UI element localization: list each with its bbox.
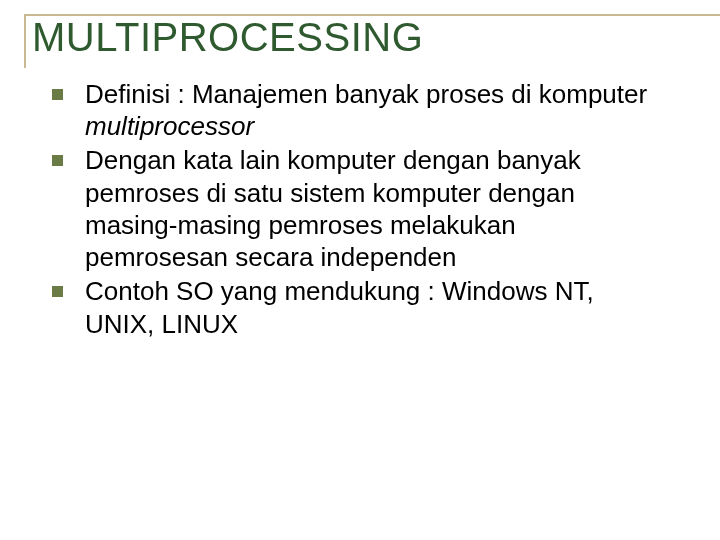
bullet-text: Definisi : Manajemen banyak proses di ko… (85, 78, 660, 142)
list-item: Definisi : Manajemen banyak proses di ko… (52, 78, 660, 142)
bullet-text: Dengan kata lain komputer dengan banyak … (85, 144, 660, 273)
bullet-text-pre: Dengan kata lain komputer dengan banyak … (85, 145, 581, 272)
square-bullet-icon (52, 89, 63, 100)
title-corner-border: MULTIPROCESSING (24, 14, 720, 68)
list-item: Dengan kata lain komputer dengan banyak … (52, 144, 660, 273)
slide-title: MULTIPROCESSING (32, 16, 423, 58)
slide-body: Definisi : Manajemen banyak proses di ko… (24, 78, 696, 340)
bullet-text-pre: Definisi : Manajemen banyak proses di ko… (85, 79, 647, 109)
list-item: Contoh SO yang mendukung : Windows NT, U… (52, 275, 660, 339)
square-bullet-icon (52, 286, 63, 297)
square-bullet-icon (52, 155, 63, 166)
bullet-text-pre: Contoh SO yang mendukung : Windows NT, U… (85, 276, 594, 338)
slide: MULTIPROCESSING Definisi : Manajemen ban… (0, 0, 720, 540)
bullet-text-italic: multiprocessor (85, 111, 254, 141)
bullet-text: Contoh SO yang mendukung : Windows NT, U… (85, 275, 660, 339)
